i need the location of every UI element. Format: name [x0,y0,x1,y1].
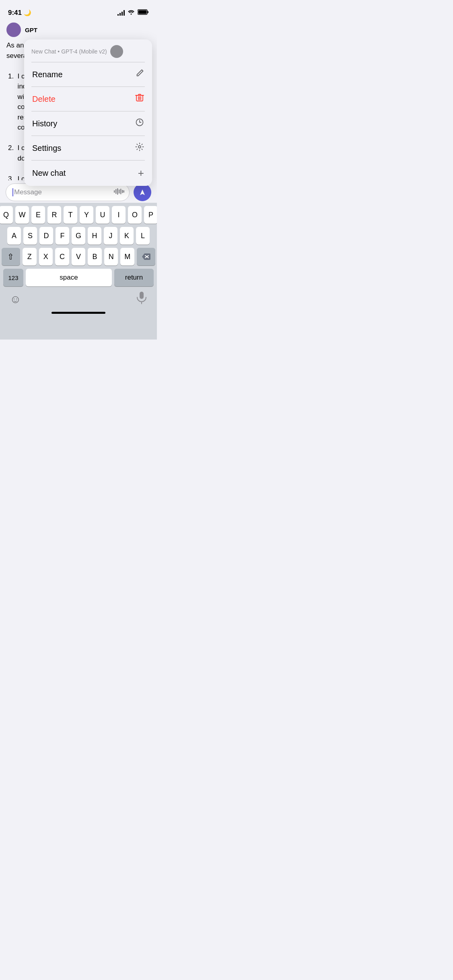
chat-area: GPT As an artificial intelligence, there… [0,20,157,237]
key-backspace[interactable] [137,248,155,266]
key-n[interactable]: N [104,248,118,266]
home-bar [51,312,105,314]
svg-point-9 [138,146,141,148]
time-label: 9:41 [8,9,22,17]
key-m[interactable]: M [120,248,134,266]
key-space[interactable]: space [26,269,112,286]
key-b[interactable]: B [88,248,102,266]
new-chat-icon: + [138,167,144,179]
emoji-button[interactable]: ☺ [8,291,23,307]
history-icon [135,118,144,129]
menu-item-history[interactable]: History [24,111,152,136]
status-icons [117,9,149,16]
status-bar: 9:41 🌙 [0,0,157,20]
delete-icon [135,93,144,105]
key-x[interactable]: X [39,248,53,266]
delete-label: Delete [32,95,56,104]
context-menu-overlay[interactable]: New Chat • GPT-4 (Mobile v2) Rename Dele… [0,20,157,237]
key-row-3: ⇧ Z X C V B N M [2,248,155,266]
rename-label: Rename [32,70,63,79]
key-row-4: 123 space return [2,269,155,286]
key-c[interactable]: C [55,248,69,266]
key-numbers[interactable]: 123 [3,269,23,286]
new-chat-label: New chat [32,169,66,178]
key-return[interactable]: return [114,269,154,286]
keyboard-bottom: ☺ [0,286,157,309]
menu-avatar [110,45,123,58]
status-time: 9:41 🌙 [8,9,31,17]
menu-item-rename[interactable]: Rename [24,62,152,86]
wifi-icon [128,9,135,16]
battery-icon [138,9,149,16]
menu-header: New Chat • GPT-4 (Mobile v2) [24,39,152,62]
home-indicator [0,309,157,316]
rename-icon [135,69,144,80]
svg-rect-2 [138,10,147,14]
menu-item-new-chat[interactable]: New chat + [24,161,152,186]
svg-rect-1 [148,11,149,13]
key-shift[interactable]: ⇧ [2,248,20,266]
context-menu: New Chat • GPT-4 (Mobile v2) Rename Dele… [24,39,152,186]
signal-icon [117,10,125,16]
menu-item-settings[interactable]: Settings [24,136,152,160]
key-v[interactable]: V [72,248,86,266]
mic-button[interactable] [134,290,149,309]
history-label: History [32,119,57,128]
svg-rect-20 [140,292,144,299]
moon-icon: 🌙 [24,9,31,16]
menu-header-text: New Chat • GPT-4 (Mobile v2) [31,48,107,55]
menu-item-delete[interactable]: Delete [24,87,152,111]
settings-label: Settings [32,144,61,153]
settings-icon [135,142,144,154]
key-z[interactable]: Z [23,248,37,266]
